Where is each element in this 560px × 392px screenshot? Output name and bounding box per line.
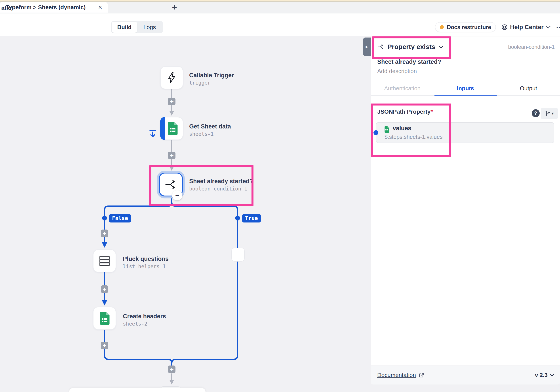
tab-inputs[interactable]: Inputs xyxy=(434,83,497,94)
node-title: Pluck questions xyxy=(123,256,169,262)
top-accent-strip xyxy=(0,0,560,1)
node-get-sheet-data[interactable] xyxy=(160,117,183,140)
panel-node-title[interactable]: Sheet already started? xyxy=(377,58,441,65)
panel-footer: Documentation v 2.3 xyxy=(371,365,560,384)
tab-build[interactable]: Build xyxy=(112,22,137,33)
true-branch-dot xyxy=(235,216,240,220)
version-dropdown[interactable]: v 2.3 xyxy=(535,372,554,379)
add-description-field[interactable]: Add description xyxy=(377,68,417,75)
highlight-box-jsonpath xyxy=(371,104,451,157)
node-title: Get Sheet data xyxy=(189,123,231,130)
field-help-icon[interactable]: ? xyxy=(532,109,540,117)
status-dot-icon xyxy=(440,25,444,29)
false-branch-label: False xyxy=(109,214,131,222)
true-branch-label: True xyxy=(242,214,261,222)
status-badge[interactable]: Docs restructure xyxy=(435,22,496,32)
panel-tabs: Authentication Inputs Output xyxy=(371,83,560,94)
tab-logs[interactable]: Logs xyxy=(137,22,162,33)
external-link-icon xyxy=(419,372,424,378)
close-icon[interactable]: × xyxy=(98,4,102,10)
node-id: sheets-2 xyxy=(123,321,147,327)
tab-output[interactable]: Output xyxy=(497,83,560,94)
build-logs-toggle: Build Logs xyxy=(111,21,163,33)
git-branch-icon xyxy=(545,111,550,116)
documentation-label: Documentation xyxy=(377,372,416,379)
status-badge-label: Docs restructure xyxy=(447,24,491,30)
add-step-button[interactable]: + xyxy=(101,342,108,349)
download-output-icon[interactable] xyxy=(148,129,158,139)
panel-node-id: boolean-condition-1 xyxy=(508,44,555,50)
sheets-icon xyxy=(100,312,110,325)
more-menu-icon[interactable]: ⋯ xyxy=(556,23,560,31)
highlight-box-type-selector xyxy=(372,36,451,59)
list-icon xyxy=(98,255,111,267)
caret-down-icon: ▾ xyxy=(552,111,554,116)
chevron-down-icon xyxy=(546,26,551,29)
chevron-down-icon xyxy=(550,374,554,377)
highlight-box-condition-node xyxy=(150,165,253,206)
node-title: Callable Trigger xyxy=(189,72,234,79)
main-header: Build Logs Docs restructure Help Center … xyxy=(0,13,560,36)
version-label: v 2.3 xyxy=(535,372,548,379)
variable-source-dropdown[interactable]: ▾ xyxy=(541,108,558,119)
empty-step-placeholder[interactable] xyxy=(231,248,245,262)
add-step-button[interactable]: + xyxy=(101,285,108,293)
tab-previous-workflow[interactable]: atic) xyxy=(1,5,13,11)
add-step-button[interactable]: + xyxy=(168,98,175,105)
add-step-button[interactable]: + xyxy=(168,152,175,159)
node-id: trigger xyxy=(189,80,210,86)
tab-active-workflow[interactable]: Typeform > Sheets (dynamic) × xyxy=(0,2,108,13)
lightning-icon xyxy=(166,72,178,84)
active-node-stripe xyxy=(160,117,165,140)
node-title: Create headers xyxy=(123,313,166,320)
node-config-panel: Property exists boolean-condition-1 Shee… xyxy=(370,36,560,384)
node-create-headers[interactable] xyxy=(93,307,116,330)
add-step-button[interactable]: + xyxy=(168,365,175,373)
workflow-tab-bar: atic) Typeform > Sheets (dynamic) × + xyxy=(0,2,560,13)
node-pluck-questions[interactable] xyxy=(93,249,116,272)
help-center-button[interactable]: Help Center xyxy=(501,24,551,31)
node-id: sheets-1 xyxy=(189,131,214,137)
add-step-button[interactable]: + xyxy=(101,229,108,237)
sheets-icon xyxy=(168,122,178,135)
documentation-link[interactable]: Documentation xyxy=(377,372,424,379)
bottom-card-partial xyxy=(69,388,206,392)
active-tab-title: Typeform > Sheets (dynamic) xyxy=(6,4,94,11)
lifebuoy-icon xyxy=(501,24,508,30)
node-callable-trigger[interactable] xyxy=(160,66,183,89)
false-branch-dot xyxy=(102,216,107,220)
node-id: list-helpers-1 xyxy=(123,264,166,269)
header-right-cluster: Docs restructure Help Center ⋯ xyxy=(435,22,560,32)
panel-collapse-handle[interactable]: ▸ xyxy=(363,38,370,56)
new-tab-icon[interactable]: + xyxy=(172,2,177,12)
app-screen: atic) Typeform > Sheets (dynamic) × + Bu… xyxy=(0,0,560,392)
active-tab-underline xyxy=(434,95,497,96)
tab-authentication[interactable]: Authentication xyxy=(371,83,434,94)
help-center-label: Help Center xyxy=(510,24,544,31)
